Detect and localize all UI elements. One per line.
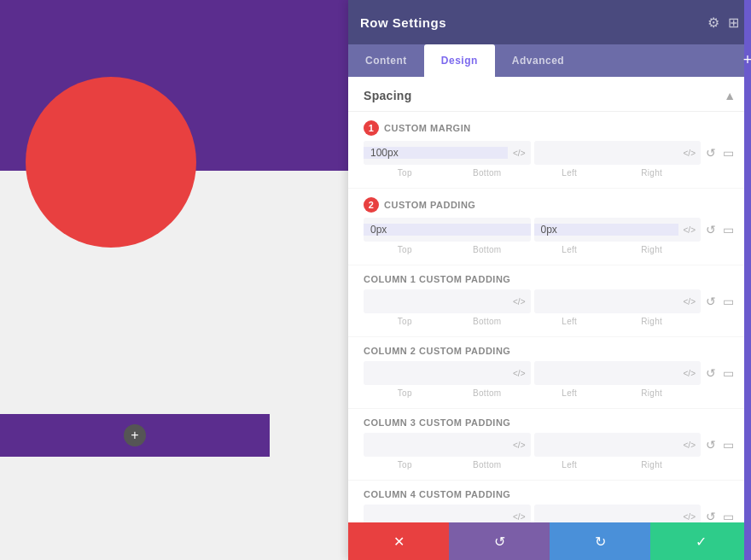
col2-top-input[interactable] [364, 367, 508, 379]
margin-top-input[interactable] [364, 147, 508, 159]
col2-padding-block: Column 2 Custom Padding </> </> ↺ ▭ Top [348, 337, 751, 409]
col3-right-label: Right [611, 460, 694, 470]
col3-padding-inputs: </> </> ↺ ▭ [364, 433, 736, 457]
undo-icon: ↺ [494, 534, 505, 550]
panel-title: Row Settings [360, 15, 446, 30]
margin-top-label: Top [364, 168, 446, 178]
col3-left-label: Left [528, 460, 611, 470]
redo-icon: ↻ [595, 534, 606, 550]
padding-right-label: Right [611, 245, 694, 254]
col3-top-label: Top [364, 460, 446, 470]
panel-header-icons: ⚙ ⊞ [707, 15, 739, 31]
col3-reset-icon[interactable]: ↺ [704, 436, 718, 453]
col1-bottom-label: Bottom [446, 317, 529, 326]
col3-sub-labels: Top Bottom Left Right [364, 460, 736, 470]
padding-top-input[interactable] [364, 224, 531, 236]
col4-bottom-group: </> [534, 505, 702, 522]
col1-right-label: Right [611, 317, 694, 326]
redo-button[interactable]: ↻ [550, 522, 650, 560]
col3-top-input[interactable] [364, 439, 508, 451]
tab-content[interactable]: Content [348, 44, 424, 77]
save-button[interactable]: ✓ [650, 522, 751, 560]
canvas-purple-bottom: + [0, 414, 270, 457]
spacing-title: Spacing [364, 89, 412, 102]
undo-button[interactable]: ↺ [449, 522, 550, 560]
padding-sub-labels: Top Bottom Left Right [364, 245, 736, 254]
col4-padding-inputs: </> </> ↺ ▭ [364, 505, 736, 522]
panel-body: Spacing ▲ 1 Custom Margin </> </> ↺ [348, 77, 751, 522]
padding-top-group [364, 218, 531, 242]
col2-top-label: Top [364, 388, 446, 398]
col1-left-label: Left [528, 317, 611, 326]
col3-bottom-linked: </> [678, 440, 701, 450]
margin-bottom-label: Bottom [446, 168, 529, 178]
margin-device-icon[interactable]: ▭ [721, 144, 736, 161]
save-icon: ✓ [696, 534, 707, 550]
cancel-icon: ✕ [393, 534, 405, 550]
columns-icon[interactable]: ⊞ [728, 15, 739, 31]
col2-bottom-input[interactable] [534, 367, 678, 379]
col1-top-group: </> [364, 289, 531, 313]
col1-reset-icon[interactable]: ↺ [704, 293, 718, 310]
col2-bottom-label: Bottom [446, 388, 529, 398]
custom-margin-label: 1 Custom Margin [364, 120, 736, 136]
col3-padding-label: Column 3 Custom Padding [364, 417, 736, 428]
margin-right-label: Right [611, 168, 694, 178]
col1-bottom-input[interactable] [534, 295, 678, 307]
col4-padding-text: Column 4 Custom Padding [364, 489, 510, 499]
margin-badge: 1 [364, 120, 379, 136]
col2-top-linked: </> [508, 369, 530, 378]
add-row-button[interactable]: + [124, 424, 146, 446]
col3-padding-text: Column 3 Custom Padding [364, 417, 510, 428]
padding-reset-icon[interactable]: ↺ [704, 221, 718, 238]
col4-top-input[interactable] [364, 510, 508, 522]
margin-bottom-input[interactable] [534, 147, 678, 159]
col3-bottom-input[interactable] [534, 439, 678, 451]
col2-left-label: Left [528, 388, 611, 398]
col1-top-linked: </> [508, 297, 530, 306]
margin-sub-labels: Top Bottom Left Right [364, 168, 736, 178]
edge-add-icon[interactable]: + [743, 51, 751, 69]
col2-bottom-linked: </> [678, 369, 701, 378]
tab-advanced[interactable]: Advanced [495, 44, 581, 77]
padding-bottom-linked: </> [678, 225, 701, 235]
margin-bottom-group: </> [534, 141, 702, 165]
margin-top-linked: </> [508, 149, 530, 158]
col2-right-label: Right [611, 388, 694, 398]
canvas-area: + [0, 0, 350, 560]
tabs: Content Design Advanced [348, 44, 751, 77]
col1-device-icon[interactable]: ▭ [721, 293, 736, 310]
panel-header: Row Settings ⚙ ⊞ [348, 0, 751, 44]
col4-bottom-linked: </> [678, 512, 701, 522]
col3-device-icon[interactable]: ▭ [721, 436, 736, 453]
canvas-circle [26, 77, 196, 248]
padding-bottom-group: </> [534, 218, 702, 242]
spacing-section-header: Spacing ▲ [348, 77, 751, 112]
col1-bottom-group: </> [534, 289, 702, 313]
col1-actions: ↺ ▭ [704, 293, 736, 310]
padding-badge: 2 [364, 197, 379, 213]
collapse-icon[interactable]: ▲ [724, 89, 736, 102]
padding-device-icon[interactable]: ▭ [721, 221, 736, 238]
custom-padding-block: 2 Custom Padding </> ↺ ▭ Top Bottom [348, 189, 751, 265]
padding-bottom-input[interactable] [534, 224, 678, 236]
col2-reset-icon[interactable]: ↺ [704, 365, 718, 382]
col4-device-icon[interactable]: ▭ [721, 508, 736, 522]
col2-device-icon[interactable]: ▭ [721, 365, 736, 382]
col1-padding-text: Column 1 Custom Padding [364, 274, 510, 284]
margin-left-label: Left [528, 168, 611, 178]
col3-bottom-label: Bottom [446, 460, 529, 470]
custom-padding-text: Custom Padding [384, 200, 475, 210]
col2-padding-inputs: </> </> ↺ ▭ [364, 361, 736, 385]
settings-icon[interactable]: ⚙ [707, 15, 719, 31]
col4-reset-icon[interactable]: ↺ [704, 508, 718, 522]
col1-top-input[interactable] [364, 295, 508, 307]
margin-reset-icon[interactable]: ↺ [704, 144, 718, 161]
col3-top-linked: </> [508, 440, 530, 450]
custom-margin-block: 1 Custom Margin </> </> ↺ ▭ Top [348, 112, 751, 189]
col4-bottom-input[interactable] [534, 510, 678, 522]
col4-actions: ↺ ▭ [704, 508, 736, 522]
cancel-button[interactable]: ✕ [348, 522, 449, 560]
col3-padding-block: Column 3 Custom Padding </> </> ↺ ▭ Top [348, 409, 751, 481]
tab-design[interactable]: Design [424, 44, 495, 77]
